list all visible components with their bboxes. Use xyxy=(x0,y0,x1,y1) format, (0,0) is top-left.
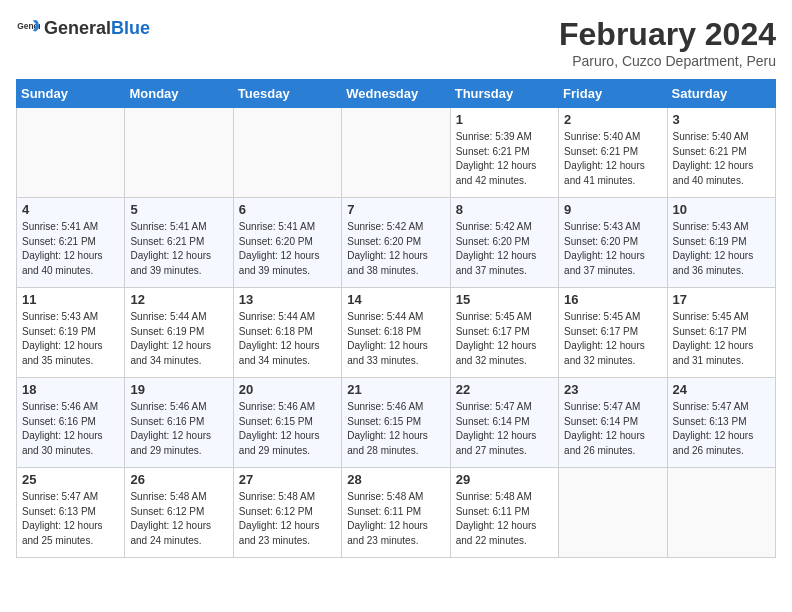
table-row xyxy=(667,468,775,558)
logo-icon: General xyxy=(16,16,40,40)
calendar-header-row: Sunday Monday Tuesday Wednesday Thursday… xyxy=(17,80,776,108)
day-info: Sunrise: 5:46 AM Sunset: 6:15 PM Dayligh… xyxy=(239,400,336,458)
day-info: Sunrise: 5:42 AM Sunset: 6:20 PM Dayligh… xyxy=(456,220,553,278)
table-row: 15Sunrise: 5:45 AM Sunset: 6:17 PM Dayli… xyxy=(450,288,558,378)
header-monday: Monday xyxy=(125,80,233,108)
day-number: 25 xyxy=(22,472,119,487)
day-number: 16 xyxy=(564,292,661,307)
day-number: 5 xyxy=(130,202,227,217)
day-number: 27 xyxy=(239,472,336,487)
day-number: 19 xyxy=(130,382,227,397)
day-info: Sunrise: 5:46 AM Sunset: 6:16 PM Dayligh… xyxy=(130,400,227,458)
table-row: 10Sunrise: 5:43 AM Sunset: 6:19 PM Dayli… xyxy=(667,198,775,288)
logo-general: General xyxy=(44,18,111,38)
calendar-week-row: 25Sunrise: 5:47 AM Sunset: 6:13 PM Dayli… xyxy=(17,468,776,558)
table-row: 2Sunrise: 5:40 AM Sunset: 6:21 PM Daylig… xyxy=(559,108,667,198)
day-number: 23 xyxy=(564,382,661,397)
table-row: 8Sunrise: 5:42 AM Sunset: 6:20 PM Daylig… xyxy=(450,198,558,288)
day-number: 4 xyxy=(22,202,119,217)
day-info: Sunrise: 5:41 AM Sunset: 6:21 PM Dayligh… xyxy=(130,220,227,278)
logo: General GeneralBlue xyxy=(16,16,150,40)
header-tuesday: Tuesday xyxy=(233,80,341,108)
calendar-week-row: 11Sunrise: 5:43 AM Sunset: 6:19 PM Dayli… xyxy=(17,288,776,378)
table-row xyxy=(17,108,125,198)
table-row: 29Sunrise: 5:48 AM Sunset: 6:11 PM Dayli… xyxy=(450,468,558,558)
day-info: Sunrise: 5:44 AM Sunset: 6:18 PM Dayligh… xyxy=(347,310,444,368)
table-row: 5Sunrise: 5:41 AM Sunset: 6:21 PM Daylig… xyxy=(125,198,233,288)
day-info: Sunrise: 5:43 AM Sunset: 6:20 PM Dayligh… xyxy=(564,220,661,278)
day-number: 24 xyxy=(673,382,770,397)
day-number: 17 xyxy=(673,292,770,307)
header-saturday: Saturday xyxy=(667,80,775,108)
table-row: 28Sunrise: 5:48 AM Sunset: 6:11 PM Dayli… xyxy=(342,468,450,558)
table-row: 12Sunrise: 5:44 AM Sunset: 6:19 PM Dayli… xyxy=(125,288,233,378)
day-number: 15 xyxy=(456,292,553,307)
calendar-subtitle: Paruro, Cuzco Department, Peru xyxy=(559,53,776,69)
table-row: 22Sunrise: 5:47 AM Sunset: 6:14 PM Dayli… xyxy=(450,378,558,468)
table-row: 23Sunrise: 5:47 AM Sunset: 6:14 PM Dayli… xyxy=(559,378,667,468)
day-number: 8 xyxy=(456,202,553,217)
day-info: Sunrise: 5:44 AM Sunset: 6:19 PM Dayligh… xyxy=(130,310,227,368)
day-number: 9 xyxy=(564,202,661,217)
logo-blue: Blue xyxy=(111,18,150,38)
calendar-week-row: 4Sunrise: 5:41 AM Sunset: 6:21 PM Daylig… xyxy=(17,198,776,288)
table-row xyxy=(559,468,667,558)
table-row: 16Sunrise: 5:45 AM Sunset: 6:17 PM Dayli… xyxy=(559,288,667,378)
day-number: 20 xyxy=(239,382,336,397)
day-number: 26 xyxy=(130,472,227,487)
table-row: 21Sunrise: 5:46 AM Sunset: 6:15 PM Dayli… xyxy=(342,378,450,468)
calendar-table: Sunday Monday Tuesday Wednesday Thursday… xyxy=(16,79,776,558)
table-row: 1Sunrise: 5:39 AM Sunset: 6:21 PM Daylig… xyxy=(450,108,558,198)
page-header: General GeneralBlue February 2024 Paruro… xyxy=(16,16,776,69)
day-info: Sunrise: 5:43 AM Sunset: 6:19 PM Dayligh… xyxy=(673,220,770,278)
day-number: 6 xyxy=(239,202,336,217)
table-row: 17Sunrise: 5:45 AM Sunset: 6:17 PM Dayli… xyxy=(667,288,775,378)
day-info: Sunrise: 5:47 AM Sunset: 6:13 PM Dayligh… xyxy=(22,490,119,548)
day-info: Sunrise: 5:47 AM Sunset: 6:14 PM Dayligh… xyxy=(456,400,553,458)
day-number: 10 xyxy=(673,202,770,217)
day-number: 12 xyxy=(130,292,227,307)
day-info: Sunrise: 5:41 AM Sunset: 6:20 PM Dayligh… xyxy=(239,220,336,278)
table-row: 11Sunrise: 5:43 AM Sunset: 6:19 PM Dayli… xyxy=(17,288,125,378)
day-number: 21 xyxy=(347,382,444,397)
table-row xyxy=(233,108,341,198)
table-row: 3Sunrise: 5:40 AM Sunset: 6:21 PM Daylig… xyxy=(667,108,775,198)
table-row: 4Sunrise: 5:41 AM Sunset: 6:21 PM Daylig… xyxy=(17,198,125,288)
day-info: Sunrise: 5:48 AM Sunset: 6:11 PM Dayligh… xyxy=(347,490,444,548)
day-info: Sunrise: 5:44 AM Sunset: 6:18 PM Dayligh… xyxy=(239,310,336,368)
logo-text: GeneralBlue xyxy=(44,18,150,39)
day-number: 2 xyxy=(564,112,661,127)
day-info: Sunrise: 5:45 AM Sunset: 6:17 PM Dayligh… xyxy=(673,310,770,368)
day-info: Sunrise: 5:46 AM Sunset: 6:15 PM Dayligh… xyxy=(347,400,444,458)
table-row: 9Sunrise: 5:43 AM Sunset: 6:20 PM Daylig… xyxy=(559,198,667,288)
day-info: Sunrise: 5:42 AM Sunset: 6:20 PM Dayligh… xyxy=(347,220,444,278)
table-row: 6Sunrise: 5:41 AM Sunset: 6:20 PM Daylig… xyxy=(233,198,341,288)
day-info: Sunrise: 5:47 AM Sunset: 6:14 PM Dayligh… xyxy=(564,400,661,458)
calendar-week-row: 1Sunrise: 5:39 AM Sunset: 6:21 PM Daylig… xyxy=(17,108,776,198)
table-row xyxy=(125,108,233,198)
day-info: Sunrise: 5:48 AM Sunset: 6:12 PM Dayligh… xyxy=(130,490,227,548)
day-info: Sunrise: 5:47 AM Sunset: 6:13 PM Dayligh… xyxy=(673,400,770,458)
table-row: 25Sunrise: 5:47 AM Sunset: 6:13 PM Dayli… xyxy=(17,468,125,558)
day-info: Sunrise: 5:39 AM Sunset: 6:21 PM Dayligh… xyxy=(456,130,553,188)
table-row: 18Sunrise: 5:46 AM Sunset: 6:16 PM Dayli… xyxy=(17,378,125,468)
day-info: Sunrise: 5:40 AM Sunset: 6:21 PM Dayligh… xyxy=(564,130,661,188)
day-info: Sunrise: 5:45 AM Sunset: 6:17 PM Dayligh… xyxy=(564,310,661,368)
table-row: 20Sunrise: 5:46 AM Sunset: 6:15 PM Dayli… xyxy=(233,378,341,468)
table-row: 7Sunrise: 5:42 AM Sunset: 6:20 PM Daylig… xyxy=(342,198,450,288)
title-area: February 2024 Paruro, Cuzco Department, … xyxy=(559,16,776,69)
table-row: 13Sunrise: 5:44 AM Sunset: 6:18 PM Dayli… xyxy=(233,288,341,378)
header-friday: Friday xyxy=(559,80,667,108)
table-row: 19Sunrise: 5:46 AM Sunset: 6:16 PM Dayli… xyxy=(125,378,233,468)
table-row: 26Sunrise: 5:48 AM Sunset: 6:12 PM Dayli… xyxy=(125,468,233,558)
day-number: 14 xyxy=(347,292,444,307)
day-number: 29 xyxy=(456,472,553,487)
day-number: 28 xyxy=(347,472,444,487)
calendar-week-row: 18Sunrise: 5:46 AM Sunset: 6:16 PM Dayli… xyxy=(17,378,776,468)
table-row: 24Sunrise: 5:47 AM Sunset: 6:13 PM Dayli… xyxy=(667,378,775,468)
day-number: 11 xyxy=(22,292,119,307)
day-info: Sunrise: 5:46 AM Sunset: 6:16 PM Dayligh… xyxy=(22,400,119,458)
header-sunday: Sunday xyxy=(17,80,125,108)
day-info: Sunrise: 5:43 AM Sunset: 6:19 PM Dayligh… xyxy=(22,310,119,368)
header-thursday: Thursday xyxy=(450,80,558,108)
